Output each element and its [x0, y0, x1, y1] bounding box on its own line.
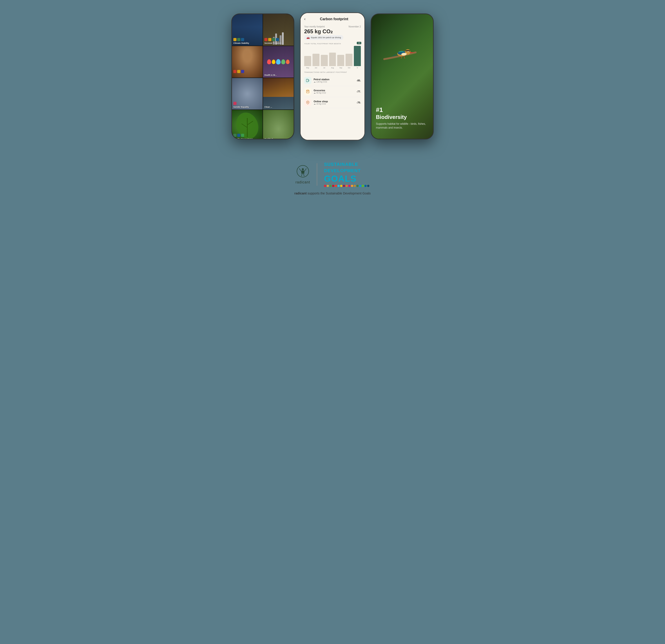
footer-logos: radicant SUSTAINABLE DEVELOPMENT GOALS [296, 162, 369, 187]
grid-cell-balloons: Health & W... [263, 46, 293, 78]
sdg-dot-7 [340, 185, 342, 187]
sdg-dot-13 [356, 185, 359, 187]
bar-jun-bar [312, 54, 320, 66]
tagline-brand: radicant [294, 191, 306, 195]
cell-label-climate: Climate Stability [233, 42, 249, 44]
phones-showcase: Climate Stability [231, 9, 434, 144]
bar-jul-bar [321, 55, 328, 66]
sdg-dot-8 [343, 185, 345, 187]
biodiversity-desc: Supports habitat for wildlife - birds, f… [376, 122, 429, 130]
sdg-dot-14 [359, 185, 361, 187]
svg-rect-4 [306, 79, 308, 82]
bar-may: May [304, 56, 311, 69]
sdg-line1: SUSTAINABLE [324, 162, 358, 167]
biodiversity-title: Biodiversity [376, 114, 429, 120]
bar-oct: Oct [345, 54, 353, 69]
grid-cell-hands: Quality E... [263, 110, 293, 139]
grid-cell-child: Climate Stability [232, 46, 263, 78]
co2-value: 265 kg CO₂ [304, 28, 361, 35]
cell-label-clean: Clean ... [264, 106, 272, 108]
transaction-petrol: Petrol station ☁139 kg CO2 -85. [304, 75, 361, 86]
sdg-dot-11 [351, 185, 353, 187]
shop-info: Online shop ☁16 kg CO2 [314, 100, 354, 105]
footer: radicant SUSTAINABLE DEVELOPMENT GOALS [290, 157, 375, 200]
sdg-dot-2 [327, 185, 329, 187]
phone-middle: ‹ Carbon footprint Your montly footprint… [300, 12, 365, 140]
bar-aug: Aug [329, 53, 336, 69]
monthly-label: Your montly footprint [304, 25, 325, 28]
groceries-icon [304, 88, 311, 95]
shop-co2: ☁16 kg CO2 [314, 103, 354, 105]
transactions-title: TRANSACTIONS WITH LARGEST FOOTPRINT [304, 71, 361, 73]
car-icon: 🚗 [306, 36, 310, 39]
radicant-logo: radicant [296, 165, 310, 184]
grid-cell-gender: Gender Equality [232, 78, 263, 110]
petrol-name: Petrol station [314, 78, 354, 81]
transaction-groceries: Groceries ☁56 kg CO2 -77. [304, 86, 361, 97]
bar-may-bar [304, 56, 311, 66]
bar-oct-label: Oct [348, 67, 350, 69]
footprint-label: Your montly footprint November 2 [304, 25, 361, 28]
sdg-goals-word: GOALS [324, 174, 357, 183]
bar-aug-label: Aug [331, 67, 334, 69]
grid-cell-societal: Societal Progress [263, 14, 293, 45]
grid-cell-leaf: Healthy Ecosystems [232, 110, 263, 139]
footer-tagline: radicant supports the Sustainable Develo… [294, 191, 370, 195]
chart-section: YOUR TOTAL FOOTPRINT PER MONTH May Jun [304, 43, 361, 69]
petrol-icon [304, 77, 311, 84]
tagline-text: supports the Sustainable Development Goa… [307, 191, 371, 195]
cell-label-quality: Quality E... [264, 138, 275, 139]
sdg-dot-3 [329, 185, 331, 187]
sdg-dot-4 [332, 185, 334, 187]
groceries-name: Groceries [314, 89, 354, 92]
grid-cell-clean: Clean ... [263, 78, 293, 110]
sdg-dot-15 [362, 185, 364, 187]
petrol-info: Petrol station ☁139 kg CO2 [314, 78, 354, 83]
sdg-logo: SUSTAINABLE DEVELOPMENT GOALS [324, 162, 369, 187]
bar-chart: May Jun Jul Aug [304, 46, 361, 69]
sdg-line2: DEVELOPMENT [324, 168, 361, 173]
date-label: November 2 [349, 25, 361, 28]
bar-jul-label: Jul [323, 67, 325, 69]
bar-jun-label: Jun [315, 67, 317, 69]
biodiversity-rank: #1 [376, 106, 429, 114]
sdg-dot-9 [345, 185, 348, 187]
groceries-info: Groceries ☁56 kg CO2 [314, 89, 354, 94]
middle-title: Carbon footprint [307, 17, 361, 21]
bar-tooltip: 265 [357, 42, 361, 44]
sdg-dot-6 [338, 185, 340, 187]
petrol-amount: -85. [357, 79, 361, 82]
shop-name: Online shop [314, 100, 354, 103]
grid-cell-climate: Climate Stability [232, 14, 263, 45]
sdg-dot-16 [364, 185, 367, 187]
svg-point-7 [307, 102, 308, 103]
svg-point-17 [302, 168, 304, 170]
groceries-co2: ☁56 kg CO2 [314, 92, 354, 94]
bar-nov-label: N [357, 67, 358, 69]
transactions-section: TRANSACTIONS WITH LARGEST FOOTPRINT Petr… [304, 71, 361, 108]
radicant-icon [296, 165, 309, 178]
transaction-shop: Online shop ☁16 kg CO2 -70. [304, 97, 361, 108]
bar-nov-bar: 265 [354, 46, 361, 66]
bar-aug-bar [329, 53, 336, 66]
sdg-dot-1 [324, 185, 326, 187]
footprint-badge: 🚗 Equals 1601 km petrol car driving [304, 35, 343, 40]
svg-point-12 [408, 51, 408, 52]
sdg-color-wheel [324, 185, 369, 187]
bar-jun: Jun [312, 54, 320, 69]
bar-may-label: May [306, 67, 309, 69]
badge-text: Equals 1601 km petrol car driving [311, 36, 341, 39]
back-button[interactable]: ‹ [304, 17, 305, 21]
cell-label-societal: Societal Progress [264, 42, 282, 44]
svg-line-15 [404, 56, 405, 59]
cell-label-health: Health & W... [264, 74, 277, 76]
cell-label-ecosystems: Healthy Ecosystems [233, 138, 253, 139]
sdg-dot-10 [348, 185, 350, 187]
bar-oct-bar [345, 54, 353, 66]
groceries-amount: -77. [357, 90, 361, 93]
footer-divider [317, 163, 317, 186]
sdg-dot-5 [335, 185, 337, 187]
bar-jul: Jul [321, 55, 328, 69]
cell-label-gender: Gender Equality [233, 106, 249, 108]
shop-amount: -70. [357, 101, 361, 104]
